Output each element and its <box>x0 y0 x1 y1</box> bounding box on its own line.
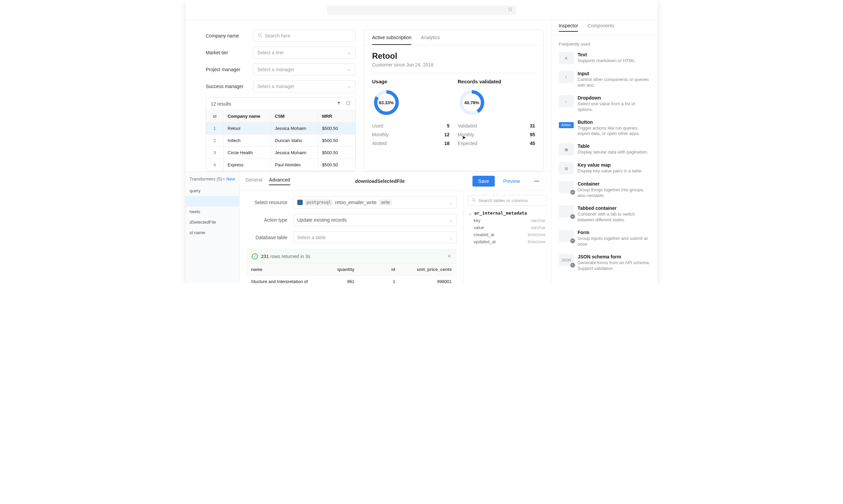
component-icon: ▦ <box>559 143 574 156</box>
svg-line-3 <box>261 36 262 37</box>
table-row[interactable]: 2InitechDuncan Idaho$500.50 <box>206 134 355 147</box>
table-row[interactable]: 4ExpressPaul Atreides$500.50 <box>206 159 355 171</box>
records-heading: Records validated <box>458 78 535 84</box>
success-icon: ✓ <box>252 253 258 259</box>
resource-label: Select resource <box>246 200 293 205</box>
table-row[interactable]: 1RetoolJessica Mohaim$500.50 <box>206 123 355 134</box>
query-list-item[interactable] <box>185 196 239 206</box>
customer-since: Customer since Jun 24, 2018 <box>372 62 535 68</box>
global-search-input[interactable] <box>327 5 516 15</box>
svg-point-0 <box>508 8 511 11</box>
schema-table[interactable]: ar_internal_metadata <box>464 209 551 217</box>
query-list-item[interactable]: query <box>185 185 239 196</box>
company-search-input[interactable]: Search here <box>253 30 356 42</box>
table-row[interactable]: 3Circle HealthJessica Mohaim$500.50 <box>206 147 355 159</box>
component-item[interactable]: +ContainerGroup things together into gro… <box>555 178 654 202</box>
rcol-name[interactable]: name <box>246 264 319 275</box>
query-editor-panel: Transformers (5) + New query heetsdSelec… <box>185 172 551 283</box>
detail-card: Active subscription Analytics Retool Cus… <box>364 30 544 172</box>
component-icon: A <box>559 52 574 64</box>
action-type-label: Action type <box>246 217 293 223</box>
tab-analytics[interactable]: Analytics <box>421 35 440 45</box>
filter-form: Company name Search here Market tier Sel… <box>206 30 356 92</box>
tab-inspector[interactable]: Inspector <box>559 23 578 32</box>
rcol-id[interactable]: id <box>359 264 400 275</box>
col-company[interactable]: Company name <box>224 110 271 122</box>
more-button[interactable]: ••• <box>528 176 545 186</box>
save-button[interactable]: Save <box>472 176 495 186</box>
plus-icon: + <box>570 238 575 243</box>
query-name: downloadSelectedFile <box>297 178 463 184</box>
component-icon: JSON+ <box>559 254 574 266</box>
preview-button[interactable]: Preview <box>498 176 526 186</box>
col-id[interactable]: id <box>206 110 224 122</box>
schema-column[interactable]: created_attimezone <box>464 231 551 238</box>
col-csm[interactable]: CSM <box>271 110 318 122</box>
component-item[interactable]: +FormGroup inputs together and submit at… <box>555 227 654 251</box>
right-panel: Inspector Components Frequently used ATe… <box>551 20 658 283</box>
schema-search-input[interactable]: Search tables or columns <box>468 195 547 206</box>
customer-title: Retool <box>372 51 535 61</box>
results-table: 12 results id Company name <box>206 97 356 172</box>
result-row[interactable]: Stucture and Interpretation of Computer … <box>246 275 456 283</box>
results-count: 12 results <box>211 101 332 107</box>
usage-heading: Usage <box>372 78 450 84</box>
market-tier-select[interactable]: Select a tirer <box>253 47 356 59</box>
transformers-count: Transformers (5) <box>190 176 222 181</box>
project-manager-label: Project manager <box>206 67 253 72</box>
component-item[interactable]: ▦TableDisplay tabular data with paginati… <box>555 140 654 159</box>
canvas: Company name Search here Market tier Sel… <box>185 20 551 172</box>
component-item[interactable]: +Tabbed containerContainer with a tab to… <box>555 202 654 227</box>
add-query-button[interactable]: + New <box>222 176 235 181</box>
component-item[interactable]: ATextSupports markdown or HTML. <box>555 49 654 68</box>
stat-row: Alotted18 <box>372 139 450 148</box>
db-table-select[interactable]: Select a table <box>293 231 456 244</box>
refresh-icon[interactable] <box>346 101 351 107</box>
svg-point-8 <box>472 198 475 201</box>
schema-browser: Search tables or columns ar_internal_met… <box>463 191 551 283</box>
filter-icon[interactable] <box>337 101 341 107</box>
plus-icon: + <box>570 190 575 195</box>
query-form: Select resource postgresql retoo_emailer… <box>239 191 463 283</box>
component-item[interactable]: JSON+JSON schema formGenerate forms from… <box>555 251 654 275</box>
tab-active-subscription[interactable]: Active subscription <box>372 35 412 45</box>
success-manager-select[interactable]: Select a manager <box>253 80 356 92</box>
component-item[interactable]: IInputControl other components or querie… <box>555 68 654 92</box>
component-item[interactable]: ActionButtonTrigger actions like run que… <box>555 116 654 140</box>
rcol-up[interactable]: unit_price_cents <box>400 264 456 275</box>
subtab-advanced[interactable]: Advanced <box>269 177 290 185</box>
project-manager-select[interactable]: Select a manager <box>253 64 356 76</box>
result-message: 231 rows returned in 3s <box>261 254 310 259</box>
success-manager-label: Success manager <box>206 84 253 89</box>
query-list-item[interactable]: heets <box>185 206 239 217</box>
component-icon: + <box>559 181 574 193</box>
schema-column[interactable]: valuevarchar <box>464 224 551 231</box>
component-item[interactable]: ▤Key value mapDisplay key value pairs in… <box>555 159 654 178</box>
stat-row: Monthly12 <box>372 130 450 139</box>
company-name-label: Company name <box>206 33 253 38</box>
stat-row: Validated31 <box>458 122 535 130</box>
tab-components[interactable]: Components <box>588 23 614 32</box>
query-list-item[interactable]: st name <box>185 227 239 238</box>
resource-select[interactable]: postgresql retoo_emailer_write write <box>293 196 456 209</box>
col-mrr[interactable]: MRR <box>318 110 355 122</box>
db-table-label: Database table <box>246 235 293 240</box>
schema-column[interactable]: updated_attimezone <box>464 238 551 245</box>
component-icon: + <box>559 205 574 218</box>
component-icon: Action <box>559 122 574 128</box>
action-type-select[interactable]: Update existing records <box>293 214 456 226</box>
svg-line-1 <box>511 11 512 12</box>
rcol-qty[interactable]: quantity <box>318 264 359 275</box>
component-item[interactable]: ⌄DropdownSelect one value from a list of… <box>555 92 654 116</box>
plus-icon: + <box>570 214 575 219</box>
stat-row: Expected45 <box>458 139 535 148</box>
close-icon[interactable]: × <box>448 253 451 260</box>
query-list-item[interactable]: dSelectedFile <box>185 217 239 227</box>
schema-column[interactable]: keyvarchar <box>464 217 551 224</box>
records-donut: 40.78% <box>458 88 486 117</box>
market-tier-label: Market tier <box>206 50 253 55</box>
stat-row: Used5 <box>372 122 450 130</box>
plus-icon: + <box>570 263 575 268</box>
subtab-general[interactable]: General <box>246 177 263 185</box>
component-icon: ▤ <box>559 162 574 175</box>
